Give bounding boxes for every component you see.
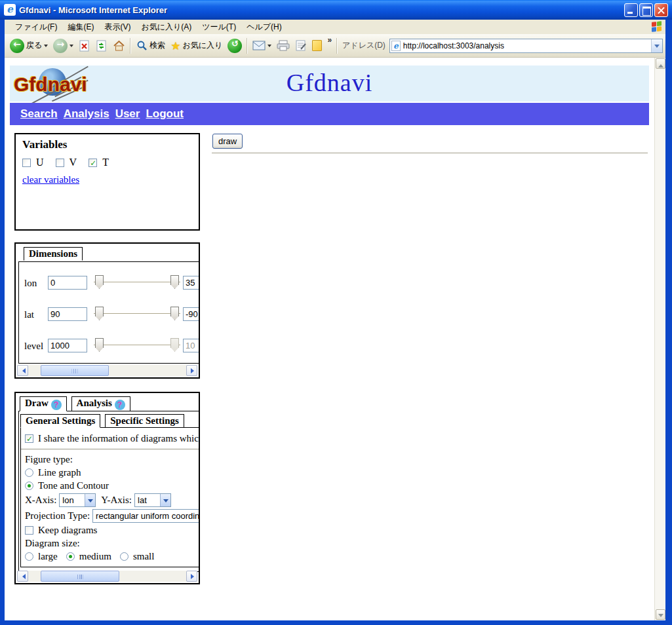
- scroll-left-button[interactable]: [17, 365, 28, 376]
- address-url[interactable]: http://localhost:3003/analysis: [403, 41, 651, 50]
- variable-label: V: [69, 157, 77, 168]
- back-dropdown-icon[interactable]: [44, 45, 48, 49]
- keep-diagrams-label: Keep diagrams: [38, 525, 97, 536]
- nav-analysis[interactable]: Analysis: [64, 107, 109, 121]
- windows-logo-throbber: [648, 20, 665, 34]
- dimensions-panel: Dimensions lon lat: [14, 242, 200, 379]
- nav-logout[interactable]: Logout: [146, 107, 184, 121]
- menu-bar: ファイル(F) 編集(E) 表示(V) お気に入り(A) ツール(T) ヘルプ(…: [5, 20, 665, 34]
- size-radio-large[interactable]: [25, 552, 33, 561]
- lat-to-input[interactable]: [183, 307, 200, 321]
- toolbar-separator: [247, 38, 248, 54]
- site-nav: Search Analysis User Logout: [10, 103, 649, 125]
- discuss-button[interactable]: [309, 39, 325, 52]
- minimize-button[interactable]: [624, 3, 638, 17]
- scroll-right-button[interactable]: [186, 571, 197, 582]
- scroll-thumb[interactable]: [41, 571, 119, 582]
- clear-variables-link[interactable]: clear variables: [22, 174, 79, 185]
- back-button[interactable]: ← 戻る: [7, 37, 50, 54]
- diagram-size-label: Diagram size:: [25, 538, 80, 549]
- dimension-row-lon: lon: [19, 269, 200, 300]
- address-bar[interactable]: e http://localhost:3003/analysis: [389, 39, 663, 53]
- nav-search[interactable]: Search: [20, 107, 58, 121]
- toolbar-overflow-chevron[interactable]: »: [325, 35, 334, 45]
- refresh-button[interactable]: [93, 39, 110, 53]
- projection-select[interactable]: rectangular uniform coordin: [92, 509, 200, 523]
- nav-user[interactable]: User: [115, 107, 140, 121]
- history-button[interactable]: ↺: [225, 37, 245, 54]
- toolbar-separator: [336, 38, 338, 54]
- menu-file[interactable]: ファイル(F): [10, 20, 62, 34]
- tab-general-settings[interactable]: General Settings: [20, 414, 100, 428]
- search-label: 検索: [149, 40, 165, 51]
- lon-range-slider[interactable]: [94, 275, 180, 292]
- x-axis-label: X-Axis:: [25, 495, 56, 506]
- lon-from-input[interactable]: [48, 276, 87, 290]
- scroll-right-button[interactable]: [186, 365, 197, 376]
- forward-button[interactable]: →: [50, 37, 76, 54]
- y-axis-select[interactable]: lat: [134, 493, 171, 507]
- edit-button[interactable]: [292, 39, 309, 52]
- help-icon[interactable]: ?: [51, 400, 62, 410]
- favorites-button[interactable]: ★ お気に入り: [168, 38, 225, 54]
- figure-type-radio-tone-contour[interactable]: [25, 482, 33, 490]
- address-dropdown-button[interactable]: [651, 39, 662, 52]
- tab-analysis-label: Analysis: [77, 398, 112, 408]
- tab-draw[interactable]: Draw ?: [20, 396, 67, 411]
- slider-handle[interactable]: [170, 307, 179, 320]
- size-radio-small[interactable]: [120, 552, 128, 561]
- menu-favorites[interactable]: お気に入り(A): [136, 20, 197, 34]
- variable-checkbox-v[interactable]: [56, 159, 64, 167]
- dimensions-tab[interactable]: Dimensions: [24, 247, 83, 261]
- search-button[interactable]: 検索: [133, 39, 168, 53]
- print-button[interactable]: [274, 39, 292, 52]
- home-button[interactable]: [110, 39, 128, 53]
- lon-to-input[interactable]: [183, 276, 200, 290]
- dropdown-arrow-icon[interactable]: [85, 494, 95, 506]
- draw-button[interactable]: draw: [212, 134, 243, 149]
- favorites-label: お気に入り: [183, 40, 223, 51]
- maximize-button[interactable]: [639, 3, 653, 17]
- forward-dropdown-icon[interactable]: [69, 45, 73, 49]
- close-button[interactable]: [654, 3, 668, 17]
- x-axis-select[interactable]: lon: [59, 493, 96, 507]
- slider-handle[interactable]: [95, 275, 104, 289]
- level-from-input[interactable]: [48, 339, 87, 352]
- stop-button[interactable]: [76, 39, 93, 53]
- mail-button[interactable]: [250, 39, 274, 52]
- slider-handle[interactable]: [95, 307, 104, 320]
- scroll-left-button[interactable]: [17, 571, 28, 582]
- share-checkbox[interactable]: [25, 434, 33, 443]
- dimensions-hscrollbar[interactable]: [17, 365, 197, 376]
- keep-diagrams-checkbox[interactable]: [25, 526, 33, 535]
- figure-type-radio-line[interactable]: [25, 468, 33, 477]
- scroll-up-button[interactable]: [656, 58, 665, 69]
- window-title: Gfdnavi - Microsoft Internet Explorer: [19, 5, 624, 15]
- lat-from-input[interactable]: [48, 307, 87, 321]
- variable-checkbox-u[interactable]: [22, 159, 31, 167]
- menu-edit[interactable]: 編集(E): [62, 20, 99, 34]
- slider-handle[interactable]: [170, 275, 179, 289]
- help-icon[interactable]: ?: [115, 400, 125, 410]
- tab-specific-settings[interactable]: Specific Settings: [105, 414, 184, 428]
- browser-window: e Gfdnavi - Microsoft Internet Explorer …: [0, 0, 672, 625]
- vertical-scrollbar[interactable]: [654, 58, 665, 620]
- slider-handle[interactable]: [95, 338, 104, 352]
- print-icon: [277, 40, 290, 51]
- menu-tools[interactable]: ツール(T): [197, 20, 241, 34]
- variable-checkbox-t[interactable]: [89, 159, 97, 167]
- draw-hscrollbar[interactable]: [17, 571, 197, 582]
- lat-range-slider[interactable]: [94, 306, 180, 323]
- menu-view[interactable]: 表示(V): [99, 20, 136, 34]
- menu-help[interactable]: ヘルプ(H): [241, 20, 287, 34]
- scroll-thumb[interactable]: [41, 365, 109, 376]
- dropdown-arrow-icon[interactable]: [160, 494, 170, 506]
- general-settings-content: I share the information of diagrams whic…: [20, 427, 200, 567]
- level-range-slider[interactable]: [94, 337, 180, 354]
- figure-type-option: Line graph: [38, 467, 81, 478]
- refresh-icon: [96, 40, 108, 52]
- scroll-down-button[interactable]: [656, 609, 665, 620]
- size-radio-medium[interactable]: [66, 552, 75, 561]
- mail-dropdown-icon[interactable]: [267, 45, 271, 49]
- tab-analysis[interactable]: Analysis ?: [71, 396, 130, 411]
